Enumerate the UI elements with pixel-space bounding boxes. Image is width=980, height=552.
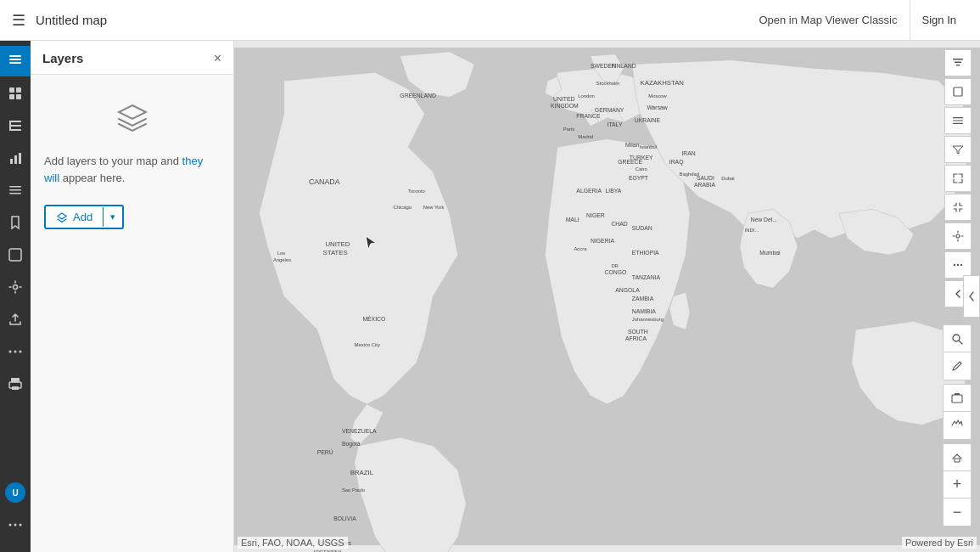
svg-text:VENEZUELA: VENEZUELA [342, 428, 377, 434]
add-label: Add [73, 211, 92, 223]
svg-text:GREENLAND: GREENLAND [400, 93, 436, 99]
svg-rect-4 [16, 87, 21, 93]
map-attribution-esri: Powered by Esri [902, 537, 977, 549]
svg-text:BRAZIL: BRAZIL [350, 469, 374, 476]
add-button[interactable]: Add [46, 206, 103, 228]
map-filter-top-button[interactable] [944, 49, 972, 76]
open-classic-button[interactable]: Open in Map Viewer Classic [747, 0, 910, 41]
sidebar-item-print[interactable] [0, 369, 31, 399]
svg-text:ZAMBIA: ZAMBIA [632, 296, 654, 301]
svg-text:KAZAKHSTAN: KAZAKHSTAN [641, 79, 684, 87]
map-expand-button[interactable] [944, 165, 972, 192]
map-settings-button[interactable] [944, 222, 972, 250]
svg-rect-7 [9, 121, 21, 122]
topbar: ☰ Untitled map Open in Map Viewer Classi… [0, 0, 980, 41]
svg-text:DR: DR [611, 263, 618, 268]
sidebar-item-more[interactable] [0, 336, 31, 367]
map-zoom-extent-button[interactable] [944, 78, 972, 105]
add-layers-icon [56, 211, 68, 223]
sidebar-item-user[interactable]: U [0, 477, 31, 508]
svg-text:EGYPT: EGYPT [629, 175, 649, 181]
svg-text:FRANCE: FRANCE [576, 113, 601, 119]
svg-text:Bogotá: Bogotá [342, 441, 361, 448]
add-button-group[interactable]: Add ▾ [44, 205, 124, 229]
svg-rect-99 [953, 59, 963, 60]
svg-text:Dubai: Dubai [721, 176, 734, 181]
svg-point-19 [9, 351, 12, 353]
map-zoom-out-button[interactable]: − [944, 498, 971, 526]
svg-text:INDI...: INDI... [745, 228, 759, 233]
sidebar-item-charts[interactable] [0, 143, 31, 173]
sidebar-item-list[interactable] [0, 175, 31, 206]
svg-text:Madrid: Madrid [578, 134, 593, 139]
map-search-draw-group [943, 324, 972, 380]
svg-text:Mumbai: Mumbai [759, 250, 781, 256]
sidebar-item-table[interactable] [0, 110, 31, 141]
svg-text:Chicago: Chicago [394, 205, 412, 210]
svg-text:IRAQ: IRAQ [669, 159, 684, 166]
map-measure-button[interactable] [944, 412, 971, 439]
map-layers-ctrl-button[interactable] [944, 107, 972, 134]
sidebar-item-settings[interactable] [0, 272, 31, 302]
map-title: Untitled map [36, 13, 107, 27]
svg-point-21 [20, 351, 22, 353]
svg-rect-2 [9, 55, 21, 57]
svg-text:SAUDI: SAUDI [697, 175, 714, 181]
svg-text:IRAN: IRAN [681, 150, 695, 156]
svg-text:AFRICA: AFRICA [625, 335, 647, 341]
svg-rect-9 [9, 129, 21, 131]
map-screenshot-button[interactable] [944, 385, 971, 412]
svg-rect-24 [12, 386, 19, 390]
sidebar-item-select[interactable] [0, 239, 31, 270]
sidebar-item-export[interactable] [0, 304, 31, 335]
svg-rect-103 [953, 117, 963, 118]
layers-hint-link[interactable]: they will [44, 155, 203, 184]
svg-rect-105 [953, 123, 963, 124]
svg-text:Angeles: Angeles [273, 257, 291, 262]
svg-text:Sao Paulo: Sao Paulo [342, 487, 366, 493]
map-home-button[interactable] [944, 444, 971, 471]
svg-text:Moscow: Moscow [648, 93, 667, 99]
svg-point-18 [14, 285, 18, 290]
svg-text:UNITED: UNITED [325, 240, 350, 248]
svg-rect-17 [9, 249, 21, 261]
svg-text:Stockholm: Stockholm [596, 81, 619, 86]
expand-panel-button[interactable] [963, 275, 980, 318]
svg-text:SOUTH: SOUTH [628, 329, 648, 335]
svg-text:Cairo: Cairo [636, 166, 648, 172]
svg-text:ARABIA: ARABIA [694, 182, 715, 188]
map-bottom-controls: + − [943, 324, 972, 527]
svg-rect-101 [956, 65, 960, 66]
sign-in-button[interactable]: Sign In [910, 0, 968, 41]
svg-text:NIGER: NIGER [586, 212, 605, 218]
map-right-controls [944, 49, 972, 307]
map-filter-button[interactable] [944, 136, 972, 163]
sidebar-item-layers[interactable] [0, 46, 31, 76]
svg-text:London: London [578, 93, 595, 99]
svg-text:PERÚ: PERÚ [317, 448, 333, 455]
sidebar-item-basemap[interactable] [0, 78, 31, 109]
map-area[interactable]: CANADA UNITED STATES MÉXICO Mexico City … [234, 41, 980, 552]
map-search-button[interactable] [944, 325, 971, 352]
svg-point-26 [14, 524, 17, 527]
svg-text:GREECE: GREECE [618, 159, 642, 165]
svg-text:Mexico City: Mexico City [355, 342, 380, 347]
menu-icon[interactable]: ☰ [12, 11, 25, 30]
topbar-right: Open in Map Viewer Classic Sign In [747, 0, 968, 41]
panel-title: Layers [42, 51, 83, 65]
panel-close-button[interactable]: × [214, 52, 221, 65]
sidebar-item-bookmarks[interactable] [0, 207, 31, 238]
svg-rect-14 [9, 186, 21, 188]
add-dropdown-button[interactable]: ▾ [103, 207, 122, 227]
svg-text:MÉXICO: MÉXICO [362, 315, 385, 322]
map-zoom-in-button[interactable]: + [944, 471, 971, 498]
map-attribution: Esri, FAO, NOAA, USGS [238, 537, 348, 549]
svg-text:MALI: MALI [566, 217, 580, 222]
map-draw-button[interactable] [944, 352, 971, 380]
topbar-left: ☰ Untitled map [12, 11, 107, 30]
svg-text:Warsaw: Warsaw [647, 104, 667, 110]
svg-text:Istanbul: Istanbul [640, 144, 658, 149]
sidebar-item-more-bottom[interactable] [0, 510, 31, 540]
map-collapse-button[interactable] [944, 194, 972, 221]
svg-text:BOLIVIA: BOLIVIA [333, 515, 356, 521]
